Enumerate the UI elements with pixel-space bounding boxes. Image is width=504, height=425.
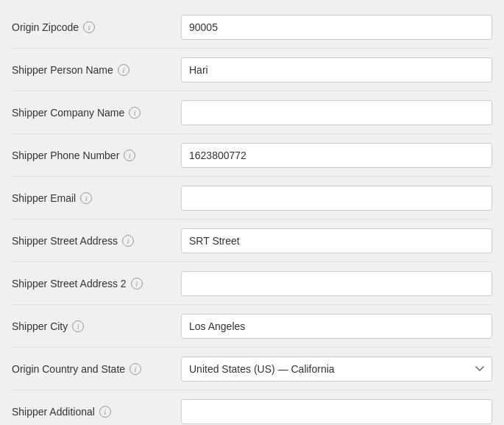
input-col-shipper-phone-number: [181, 143, 492, 168]
label-col-shipper-person-name: Shipper Person Namei: [12, 64, 181, 76]
input-col-shipper-street-address-2: [181, 271, 492, 296]
form-container: Origin ZipcodeiShipper Person NameiShipp…: [0, 0, 504, 425]
select-origin-country-state[interactable]: United States (US) — California: [181, 356, 492, 382]
input-shipper-person-name[interactable]: [181, 57, 492, 82]
field-label-shipper-phone-number: Shipper Phone Number: [12, 150, 119, 161]
help-icon-shipper-street-address-2[interactable]: i: [131, 278, 143, 289]
help-icon-shipper-email[interactable]: i: [80, 192, 92, 204]
input-shipper-phone-number[interactable]: [181, 143, 492, 168]
label-col-origin-country-state: Origin Country and Statei: [12, 363, 181, 375]
input-shipper-street-address[interactable]: [181, 228, 492, 253]
input-col-shipper-company-name: [181, 100, 492, 125]
label-col-shipper-phone-number: Shipper Phone Numberi: [12, 150, 181, 161]
help-icon-shipper-additional[interactable]: i: [99, 406, 111, 418]
form-row-shipper-person-name: Shipper Person Namei: [12, 49, 492, 91]
form-row-origin-country-state: Origin Country and StateiUnited States (…: [12, 348, 492, 390]
form-row-shipper-email: Shipper Emaili: [12, 177, 492, 219]
input-col-shipper-additional: [181, 399, 492, 424]
form-row-shipper-company-name: Shipper Company Namei: [12, 91, 492, 134]
help-icon-origin-zipcode[interactable]: i: [83, 21, 95, 33]
label-col-shipper-street-address-2: Shipper Street Address 2i: [12, 278, 181, 289]
help-icon-shipper-company-name[interactable]: i: [129, 107, 141, 119]
field-label-origin-country-state: Origin Country and State: [12, 363, 125, 375]
help-icon-shipper-city[interactable]: i: [72, 320, 84, 332]
help-icon-origin-country-state[interactable]: i: [129, 363, 141, 375]
form-row-shipper-phone-number: Shipper Phone Numberi: [12, 134, 492, 177]
help-icon-shipper-phone-number[interactable]: i: [124, 150, 135, 161]
field-label-shipper-city: Shipper City: [12, 320, 68, 332]
form-row-shipper-city: Shipper Cityi: [12, 305, 492, 348]
field-label-shipper-email: Shipper Email: [12, 192, 76, 204]
field-label-shipper-additional: Shipper Additional: [12, 406, 95, 418]
label-col-shipper-street-address: Shipper Street Addressi: [12, 235, 181, 247]
input-shipper-city[interactable]: [181, 314, 492, 339]
input-shipper-email[interactable]: [181, 186, 492, 211]
input-col-shipper-street-address: [181, 228, 492, 253]
form-row-shipper-street-address: Shipper Street Addressi: [12, 219, 492, 262]
input-shipper-additional[interactable]: [181, 399, 492, 424]
label-col-shipper-company-name: Shipper Company Namei: [12, 107, 181, 119]
field-label-origin-zipcode: Origin Zipcode: [12, 21, 79, 33]
input-col-shipper-email: [181, 186, 492, 211]
field-label-shipper-street-address-2: Shipper Street Address 2: [12, 278, 127, 289]
input-origin-zipcode[interactable]: [181, 15, 492, 40]
input-col-shipper-city: [181, 314, 492, 339]
label-col-shipper-city: Shipper Cityi: [12, 320, 181, 332]
input-col-shipper-person-name: [181, 57, 492, 82]
input-shipper-company-name[interactable]: [181, 100, 492, 125]
label-col-origin-zipcode: Origin Zipcodei: [12, 21, 181, 33]
form-row-origin-zipcode: Origin Zipcodei: [12, 6, 492, 49]
input-col-origin-zipcode: [181, 15, 492, 40]
label-col-shipper-email: Shipper Emaili: [12, 192, 181, 204]
help-icon-shipper-street-address[interactable]: i: [122, 235, 134, 247]
field-label-shipper-street-address: Shipper Street Address: [12, 235, 118, 247]
input-col-origin-country-state: United States (US) — California: [181, 356, 492, 382]
label-col-shipper-additional: Shipper Additionali: [12, 406, 181, 418]
field-label-shipper-person-name: Shipper Person Name: [12, 64, 113, 76]
help-icon-shipper-person-name[interactable]: i: [118, 64, 129, 76]
form-row-shipper-additional: Shipper Additionali: [12, 390, 492, 425]
input-shipper-street-address-2[interactable]: [181, 271, 492, 296]
form-row-shipper-street-address-2: Shipper Street Address 2i: [12, 262, 492, 305]
field-label-shipper-company-name: Shipper Company Name: [12, 107, 124, 119]
